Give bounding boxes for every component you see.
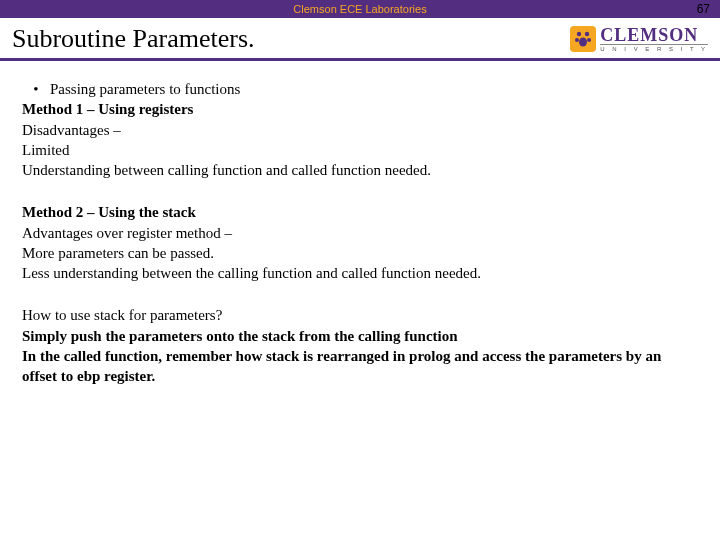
b1-line1: Passing parameters to functions xyxy=(50,79,240,99)
wordmark-main: CLEMSON xyxy=(600,26,708,44)
content-area: • Passing parameters to functions Method… xyxy=(0,61,720,426)
wordmark: CLEMSON U N I V E R S I T Y xyxy=(600,26,708,52)
svg-point-0 xyxy=(577,32,581,36)
bullet-dot: • xyxy=(22,79,50,99)
svg-point-2 xyxy=(575,38,579,42)
block-2: Method 2 – Using the stack Advantages ov… xyxy=(22,202,698,283)
svg-point-3 xyxy=(587,38,591,42)
page-title: Subroutine Parameters. xyxy=(12,24,255,54)
b1-line5: Understanding between calling function a… xyxy=(22,160,698,180)
paw-icon xyxy=(570,26,596,52)
b3-line2: Simply push the parameters onto the stac… xyxy=(22,326,698,346)
title-row: Subroutine Parameters. CLEMSON U N I V E… xyxy=(0,18,720,61)
b3-line3: In the called function, remember how sta… xyxy=(22,346,698,387)
lab-label: Clemson ECE Laboratories xyxy=(293,3,426,15)
b2-line2: Advantages over register method – xyxy=(22,223,698,243)
b2-line3: More parameters can be passed. xyxy=(22,243,698,263)
wordmark-sub: U N I V E R S I T Y xyxy=(600,44,708,52)
svg-point-4 xyxy=(579,38,587,47)
b2-line1: Method 2 – Using the stack xyxy=(22,202,698,222)
clemson-logo: CLEMSON U N I V E R S I T Y xyxy=(570,26,708,52)
block-1: • Passing parameters to functions Method… xyxy=(22,79,698,180)
top-bar: Clemson ECE Laboratories xyxy=(0,0,720,18)
b1-line4: Limited xyxy=(22,140,698,160)
b1-line3: Disadvantages – xyxy=(22,120,698,140)
b2-line4: Less understanding between the calling f… xyxy=(22,263,698,283)
page-number: 67 xyxy=(697,2,710,16)
b1-line2: Method 1 – Using registers xyxy=(22,99,698,119)
svg-point-1 xyxy=(585,32,589,36)
b3-line1: How to use stack for parameters? xyxy=(22,305,698,325)
block-3: How to use stack for parameters? Simply … xyxy=(22,305,698,386)
